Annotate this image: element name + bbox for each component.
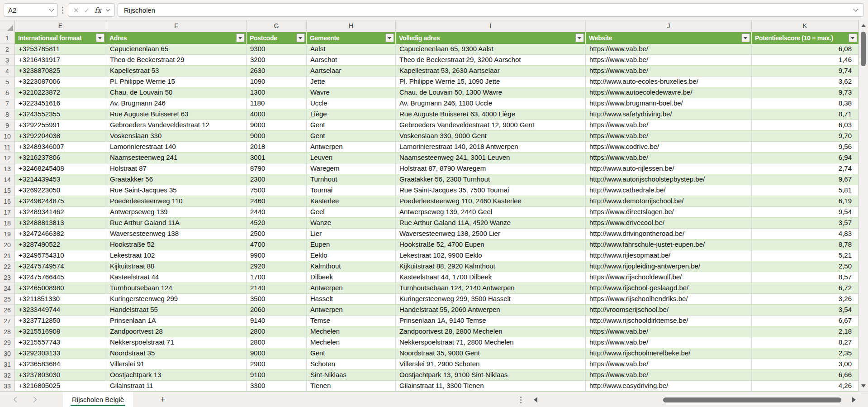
cell[interactable]: http://www.easydriving.be/ xyxy=(586,381,752,392)
cell[interactable]: +3253785811 xyxy=(15,44,106,55)
cell[interactable]: 2018 xyxy=(247,142,307,153)
filter-dropdown-icon[interactable] xyxy=(385,34,394,42)
filter-dropdown-icon[interactable] xyxy=(575,34,584,42)
cell[interactable]: Eeklo xyxy=(307,250,396,261)
cell[interactable]: +3223087006 xyxy=(15,77,106,87)
chevron-down-icon[interactable] xyxy=(49,6,54,11)
cell[interactable]: http://www.rijschool-geslaagd.be/ xyxy=(586,283,752,294)
cell[interactable]: 2,74 xyxy=(752,163,859,174)
row-number[interactable]: 9 xyxy=(0,120,15,131)
cell[interactable]: Turnhoutsebaan 124, 2140 Antwerpen xyxy=(396,283,586,294)
cell[interactable]: Turnhoutsebaan 124 xyxy=(106,283,247,294)
cell[interactable]: Capucienenlaan 65 xyxy=(106,44,247,55)
cell[interactable]: Pl. Philippe Werrie 15 xyxy=(106,77,247,87)
row-number[interactable]: 4 xyxy=(0,66,15,77)
column-header-H[interactable]: H xyxy=(307,20,396,32)
cell[interactable]: 4000 xyxy=(247,109,307,120)
cell[interactable]: 6,03 xyxy=(752,120,859,131)
cell[interactable]: 3,57 xyxy=(752,218,859,229)
cell[interactable]: +3216237806 xyxy=(15,153,106,163)
cell[interactable]: 6,72 xyxy=(752,283,859,294)
cancel-icon[interactable]: ✕ xyxy=(73,7,79,14)
cell[interactable]: 8,78 xyxy=(752,239,859,250)
cell[interactable]: Graatakker 56, 2300 Turnhout xyxy=(396,174,586,185)
cell[interactable]: http://www.fahrschule-justet-eupen.be/ xyxy=(586,239,752,250)
cell[interactable]: Waversesteenweg 138 xyxy=(106,229,247,239)
cell[interactable]: Geel xyxy=(307,207,396,218)
row-number[interactable]: 30 xyxy=(0,348,15,359)
cell[interactable]: Handelstraat 55 xyxy=(106,305,247,316)
cell[interactable]: Antwerpen xyxy=(307,305,396,316)
cell[interactable]: Hookstraße 52, 4700 Eupen xyxy=(396,239,586,250)
cell[interactable]: +32489346007 xyxy=(15,142,106,153)
cell[interactable]: 3,26 xyxy=(752,294,859,305)
formula-input[interactable]: Rijscholen xyxy=(118,3,864,17)
cell[interactable]: Wavre xyxy=(307,87,396,98)
cell[interactable]: 8,57 xyxy=(752,272,859,283)
cell[interactable]: Kijkuitstraat 88 xyxy=(106,261,247,272)
row-number[interactable]: 31 xyxy=(0,359,15,370)
column-header-E[interactable]: E xyxy=(15,20,106,32)
cell[interactable]: https://www.vab.be/ xyxy=(586,326,752,337)
cell[interactable]: +3215557743 xyxy=(15,337,106,348)
cell[interactable]: Kasteelstraat 44 xyxy=(106,272,247,283)
cell[interactable]: https://www.vab.be/ xyxy=(586,44,752,55)
cell[interactable]: +3223451616 xyxy=(15,98,106,109)
cell[interactable]: https://www.vab.be/ xyxy=(586,120,752,131)
cell[interactable]: +32472466382 xyxy=(15,229,106,239)
horizontal-scrollbar-thumb[interactable] xyxy=(663,397,841,402)
enter-icon[interactable]: ✓ xyxy=(84,7,90,14)
insert-function-icon[interactable]: fx xyxy=(95,6,101,14)
cell[interactable]: +3292255991 xyxy=(15,120,106,131)
row-number[interactable]: 15 xyxy=(0,185,15,196)
cell[interactable]: Liège xyxy=(307,109,396,120)
cell[interactable]: http://vroomserijschool.be/ xyxy=(586,305,752,316)
cell[interactable]: +3287490522 xyxy=(15,239,106,250)
row-number[interactable]: 24 xyxy=(0,283,15,294)
cell[interactable]: Gebroeders Vandeveldestraat 12, 9000 Gen… xyxy=(396,120,586,131)
column-header-I[interactable]: I xyxy=(396,20,586,32)
cell[interactable]: http://www.safetydriving.be/ xyxy=(586,109,752,120)
cell[interactable]: 3500 xyxy=(247,294,307,305)
cell[interactable]: Mechelen xyxy=(307,326,396,337)
cell[interactable]: Hasselt xyxy=(307,294,396,305)
cell[interactable]: 5,81 xyxy=(752,185,859,196)
cell[interactable]: 9000 xyxy=(247,131,307,142)
cell[interactable]: http://www.rijschoolmerelbeke.be/ xyxy=(586,348,752,359)
column-header-G[interactable]: G xyxy=(247,20,307,32)
cell[interactable]: http://www.rijopleiding-antwerpen.be/ xyxy=(586,261,752,272)
cell[interactable]: Hookstraße 52 xyxy=(106,239,247,250)
scroll-up-icon[interactable] xyxy=(861,24,866,27)
row-number[interactable]: 20 xyxy=(0,239,15,250)
row-number[interactable]: 5 xyxy=(0,77,15,87)
cell[interactable]: http://www.autorijschoolstepbystep.be/ xyxy=(586,174,752,185)
cell[interactable]: Voskenslaan 330, 9000 Gent xyxy=(396,131,586,142)
cell[interactable]: +32488813813 xyxy=(15,218,106,229)
cell[interactable]: 8,38 xyxy=(752,98,859,109)
cell[interactable]: 3,62 xyxy=(752,77,859,87)
row-number[interactable]: 28 xyxy=(0,326,15,337)
cell[interactable]: +32496244875 xyxy=(15,196,106,207)
cell[interactable]: +3233449744 xyxy=(15,305,106,316)
sheet-tab-active[interactable]: Rijscholen België xyxy=(63,392,133,407)
cell[interactable]: 3,00 xyxy=(752,359,859,370)
cell[interactable]: 9000 xyxy=(247,120,307,131)
cell[interactable]: 2,18 xyxy=(752,326,859,337)
cell[interactable]: https://www.vab.be/ xyxy=(586,359,752,370)
cell[interactable]: +32475766445 xyxy=(15,272,106,283)
row-number[interactable]: 32 xyxy=(0,370,15,381)
cell[interactable]: 1180 xyxy=(247,98,307,109)
cell[interactable]: +3269223050 xyxy=(15,185,106,196)
filter-dropdown-icon[interactable] xyxy=(849,34,857,42)
scroll-left-icon[interactable] xyxy=(534,397,537,402)
cell[interactable]: 2630 xyxy=(247,66,307,77)
cell[interactable]: 4700 xyxy=(247,239,307,250)
row-number[interactable]: 7 xyxy=(0,98,15,109)
row-number[interactable]: 25 xyxy=(0,294,15,305)
cell[interactable]: Poederleesteenweg 110 xyxy=(106,196,247,207)
cell[interactable]: +3292204038 xyxy=(15,131,106,142)
cell[interactable]: Av. Brugmann 246, 1180 Uccle xyxy=(396,98,586,109)
cell[interactable]: Prinsenlaan 1A, 9140 Temse xyxy=(396,316,586,326)
cell[interactable]: Noordstraat 35 xyxy=(106,348,247,359)
cell[interactable]: Kijkuitstraat 88, 2920 Kalmthout xyxy=(396,261,586,272)
